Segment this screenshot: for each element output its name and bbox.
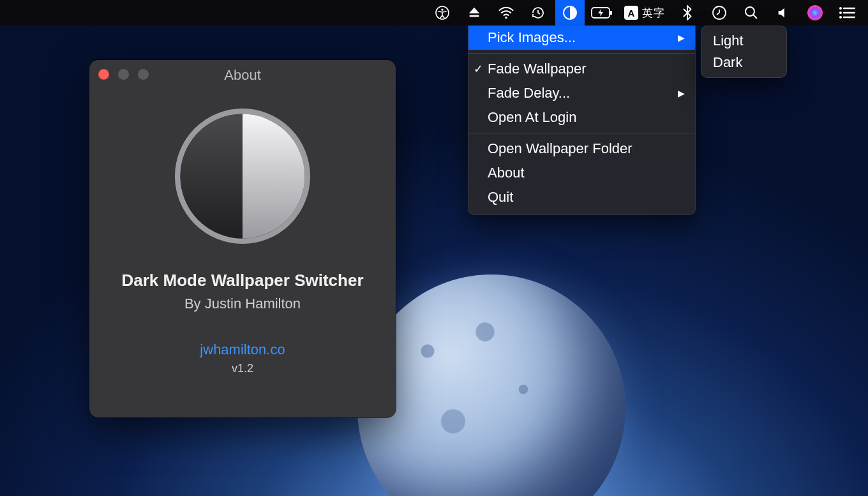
submenu-dark[interactable]: Dark	[701, 52, 786, 73]
battery-charging-icon[interactable]	[587, 0, 617, 26]
desktop-moon	[357, 274, 625, 496]
about-titlebar[interactable]: About	[89, 60, 396, 91]
submenu-light-label: Light	[713, 33, 744, 49]
menu-quit[interactable]: Quit	[468, 185, 695, 209]
menu-pick-images[interactable]: Pick Images... ▶	[468, 26, 695, 50]
ime-letter: A	[624, 6, 638, 20]
time-machine-icon[interactable]	[523, 0, 553, 26]
svg-point-10	[839, 7, 842, 10]
wifi-icon[interactable]	[491, 0, 521, 26]
menu-open-at-login-label: Open At Login	[488, 109, 576, 126]
menubar-dropdown: Pick Images... ▶ ✓ Fade Wallpaper Fade D…	[468, 26, 696, 215]
minimize-button[interactable]	[118, 69, 129, 80]
traffic-lights	[98, 69, 149, 80]
menubar: A 英字	[0, 0, 868, 26]
menu-open-at-login[interactable]: Open At Login	[468, 105, 695, 130]
svg-point-7	[745, 7, 754, 16]
submenu-arrow-icon: ▶	[678, 33, 685, 43]
menu-pick-images-label: Pick Images...	[488, 29, 576, 46]
clock-icon[interactable]	[705, 0, 734, 26]
pick-images-submenu: Light Dark	[701, 26, 787, 78]
input-method-icon[interactable]: A 英字	[619, 0, 670, 26]
app-icon	[175, 109, 310, 244]
svg-line-8	[753, 15, 757, 19]
contrast-icon[interactable]	[555, 0, 585, 26]
siri-icon[interactable]	[800, 0, 830, 26]
zoom-button[interactable]	[138, 69, 149, 80]
svg-point-12	[839, 11, 842, 14]
menu-separator	[468, 133, 695, 133]
menu-fade-delay-label: Fade Delay...	[488, 85, 570, 101]
menu-fade-wallpaper-label: Fade Wallpaper	[488, 61, 586, 77]
menu-fade-wallpaper[interactable]: ✓ Fade Wallpaper	[468, 57, 695, 81]
app-version: v1.2	[89, 362, 396, 375]
accessibility-icon[interactable]	[428, 0, 457, 26]
about-title: About	[224, 67, 261, 84]
submenu-dark-label: Dark	[713, 54, 742, 71]
menu-open-wallpaper-folder[interactable]: Open Wallpaper Folder	[468, 137, 695, 161]
menu-quit-label: Quit	[488, 189, 513, 206]
app-link[interactable]: jwhamilton.co	[89, 342, 396, 358]
about-window: About Dark Mode Wallpaper Switcher By Ju…	[89, 60, 396, 417]
volume-icon[interactable]	[768, 0, 798, 26]
submenu-light[interactable]: Light	[701, 30, 786, 52]
menu-about[interactable]: About	[468, 161, 695, 185]
menu-open-wallpaper-folder-label: Open Wallpaper Folder	[488, 140, 632, 157]
list-icon[interactable]	[832, 0, 862, 26]
svg-point-14	[839, 16, 842, 19]
svg-rect-5	[610, 11, 612, 15]
app-author: By Justin Hamilton	[89, 296, 396, 312]
eject-icon[interactable]	[460, 0, 489, 26]
submenu-arrow-icon: ▶	[678, 88, 685, 98]
spotlight-icon[interactable]	[737, 0, 766, 26]
app-name: Dark Mode Wallpaper Switcher	[89, 271, 396, 290]
svg-point-1	[441, 9, 443, 11]
svg-point-2	[505, 17, 507, 19]
menu-about-label: About	[488, 165, 525, 181]
checkmark-icon: ✓	[474, 62, 483, 76]
menu-separator	[468, 53, 695, 54]
menu-fade-delay[interactable]: Fade Delay... ▶	[468, 81, 695, 105]
ime-label: 英字	[642, 6, 665, 20]
svg-point-9	[807, 5, 823, 20]
close-button[interactable]	[98, 69, 109, 80]
bluetooth-icon[interactable]	[673, 0, 702, 26]
